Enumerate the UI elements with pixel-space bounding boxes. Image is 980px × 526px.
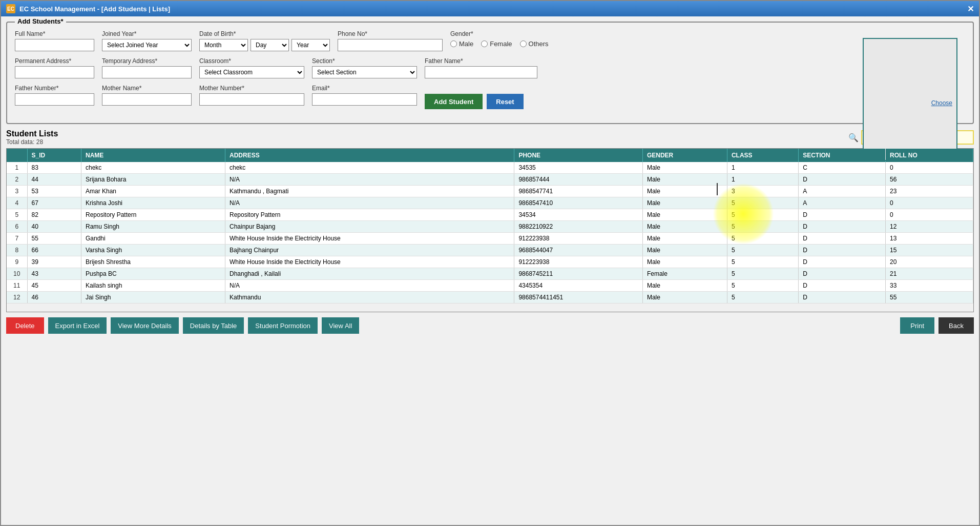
phone-input[interactable] [338,39,443,51]
mother-name-input[interactable] [102,93,192,106]
title-bar-left: EC EC School Management - [Add Students … [6,4,170,13]
add-student-button[interactable]: Add Student [425,94,483,109]
cell-section: D [799,221,886,233]
gender-female-option[interactable]: Female [481,40,512,48]
delete-button[interactable]: Delete [6,317,44,334]
cell-gender: Male [642,245,727,256]
table-row[interactable]: 9 39 Brijesh Shrestha White House Inside… [7,256,973,268]
table-row[interactable]: 4 67 Krishna Joshi N/A 9868547410 Male 5… [7,197,973,209]
table-row[interactable]: 8 66 Varsha Singh Bajhang Chainpur 96885… [7,245,973,256]
cell-gender: Male [642,233,727,245]
cell-roll: 21 [886,268,973,280]
temp-addr-input[interactable] [102,66,192,78]
table-row[interactable]: 6 40 Ramu Singh Chainpur Bajang 98822109… [7,221,973,233]
cell-section: D [799,292,886,304]
year-select[interactable]: Year [291,39,330,51]
student-promotion-button[interactable]: Student Pormotion [248,317,318,334]
gender-others-radio[interactable] [520,41,527,47]
cell-section: C [799,162,886,174]
perm-addr-input[interactable] [15,66,94,78]
view-more-details-button[interactable]: View More Details [111,317,179,334]
cell-name: Gandhi [81,233,225,245]
cell-phone: 912223938 [514,256,643,268]
cell-name: Ramu Singh [81,221,225,233]
classroom-group: Classroom* Select Classroom [199,57,304,78]
cell-num: 6 [7,221,27,233]
cell-sid: 40 [27,221,81,233]
section-select[interactable]: Select Section [312,66,417,78]
cell-gender: Male [642,186,727,197]
cell-sid: 45 [27,280,81,292]
table-row[interactable]: 11 45 Kailash singh N/A 4345354 Male 5 D… [7,280,973,292]
father-name-input[interactable] [425,66,537,78]
cell-address: Repository Pattern [225,209,514,221]
father-name-label: Father Name* [425,57,537,65]
cell-sid: 46 [27,292,81,304]
cell-roll: 15 [886,245,973,256]
total-data-label: Total data: 28 [6,138,58,146]
cell-num: 4 [7,197,27,209]
gender-female-radio[interactable] [481,41,488,47]
classroom-select[interactable]: Select Classroom [199,66,304,78]
cell-address: White House Inside the Electricity House [225,256,514,268]
full-name-input[interactable] [15,39,94,51]
table-row[interactable]: 2 44 Srijana Bohara N/A 986857444 Male 1… [7,174,973,186]
gender-male-option[interactable]: Male [450,40,473,48]
cell-num: 11 [7,280,27,292]
cell-roll: 13 [886,233,973,245]
email-input[interactable] [312,93,417,106]
print-button[interactable]: Print [900,317,934,334]
temp-addr-group: Temporary Address* [102,57,192,78]
cell-sid: 39 [27,256,81,268]
mother-num-input[interactable] [199,93,304,106]
cell-gender: Male [642,280,727,292]
close-button[interactable]: ✕ [967,4,974,14]
table-row[interactable]: 12 46 Jai Singh Kathmandu 9868574411451 … [7,292,973,304]
father-num-group: Father Number* [15,85,94,106]
cell-class: 5 [727,221,798,233]
gender-others-option[interactable]: Others [520,40,549,48]
table-row[interactable]: 1 83 chekc chekc 34535 Male 1 C 0 [7,162,973,174]
cell-phone: 9868745211 [514,268,643,280]
student-table-wrapper[interactable]: S_ID NAME ADDRESS PHONE GENDER CLASS SEC… [6,148,974,312]
table-header: S_ID NAME ADDRESS PHONE GENDER CLASS SEC… [7,149,973,162]
cell-class: 5 [727,245,798,256]
full-name-label: Full Name* [15,30,94,37]
details-by-table-button[interactable]: Details by Table [183,317,244,334]
add-students-panel: Add Students* Full Name* Joined Year* Se… [6,22,974,124]
form-row-3: Father Number* Mother Name* Mother Numbe… [15,85,858,109]
cell-gender: Male [642,209,727,221]
cell-section: D [799,174,886,186]
joined-year-select[interactable]: Select Joined Year [102,39,192,51]
cell-section: D [799,256,886,268]
table-row[interactable]: 7 55 Gandhi White House Inside the Elect… [7,233,973,245]
cell-name: Krishna Joshi [81,197,225,209]
table-row[interactable]: 10 43 Pushpa BC Dhanghadi , Kailali 9868… [7,268,973,280]
export-excel-button[interactable]: Export in Excel [48,317,107,334]
col-roll: ROLL NO [886,149,973,162]
back-button[interactable]: Back [939,317,974,334]
gender-male-radio[interactable] [450,41,457,47]
father-num-label: Father Number* [15,85,94,92]
cell-roll: 56 [886,174,973,186]
cell-num: 8 [7,245,27,256]
table-row[interactable]: 5 82 Repository Pattern Repository Patte… [7,209,973,221]
month-select[interactable]: Month [199,39,248,51]
cell-num: 1 [7,162,27,174]
cell-address: N/A [225,174,514,186]
gender-male-label: Male [459,40,473,48]
father-num-input[interactable] [15,93,94,106]
view-all-button[interactable]: View All [322,317,359,334]
day-select[interactable]: Day [251,39,289,51]
choose-link[interactable]: Choose [931,99,952,107]
cell-roll: 12 [886,221,973,233]
mother-num-label: Mother Number* [199,85,304,92]
search-icon: 🔍 [848,133,859,143]
cell-class: 5 [727,197,798,209]
main-window: EC EC School Management - [Add Students … [0,0,980,526]
dob-label: Date of Birth* [199,30,330,37]
table-row[interactable]: 3 53 Amar Khan Kathmandu , Bagmati 98685… [7,186,973,197]
reset-button[interactable]: Reset [487,94,523,109]
perm-addr-group: Permanent Address* [15,57,94,78]
cell-section: A [799,197,886,209]
